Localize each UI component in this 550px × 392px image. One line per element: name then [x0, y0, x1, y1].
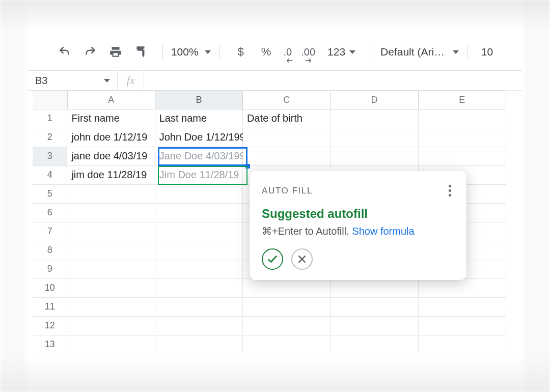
cell-C2[interactable] — [243, 128, 331, 147]
cell-B8[interactable] — [155, 241, 243, 260]
cell-A8[interactable] — [67, 241, 155, 260]
format-percent-button[interactable]: % — [258, 44, 274, 60]
cell-A10[interactable] — [67, 279, 155, 298]
cell-E2[interactable] — [419, 128, 506, 147]
cell-A1[interactable]: First name — [67, 109, 155, 128]
cell-B11[interactable] — [155, 298, 243, 317]
cell-C12[interactable] — [243, 317, 331, 335]
cell-D10[interactable] — [331, 279, 418, 298]
cell-E10[interactable] — [419, 279, 506, 298]
row-header[interactable]: 8 — [33, 241, 67, 260]
cell-D11[interactable] — [331, 298, 418, 317]
cell-B7[interactable] — [155, 222, 243, 241]
font-size-input[interactable]: 10 — [473, 46, 502, 58]
blurred-header — [0, 0, 550, 31]
separator — [467, 44, 468, 60]
separator — [219, 44, 219, 60]
row-header[interactable]: 12 — [33, 317, 67, 335]
column-headers: ABCDE — [33, 91, 506, 109]
row-header[interactable]: 1 — [33, 109, 67, 128]
row-header[interactable]: 2 — [33, 128, 67, 147]
chevron-down-icon — [349, 50, 355, 54]
cell-B5[interactable] — [155, 185, 243, 204]
row-header[interactable]: 5 — [33, 185, 67, 204]
cell-C1[interactable]: Date of birth — [243, 109, 331, 128]
cell-E1[interactable] — [419, 109, 506, 128]
cell-E11[interactable] — [419, 298, 506, 317]
row-header[interactable]: 6 — [33, 204, 67, 222]
column-header-B[interactable]: B — [155, 91, 243, 109]
more-formats-dropdown[interactable]: 123 — [324, 46, 359, 58]
column-header-C[interactable]: C — [243, 91, 331, 109]
cell-B6[interactable] — [155, 204, 243, 222]
cell-D12[interactable] — [331, 317, 418, 335]
cell-C3[interactable] — [243, 147, 331, 166]
accept-autofill-button[interactable] — [262, 248, 283, 270]
cell-A4[interactable]: jim doe 11/28/19 — [67, 166, 155, 185]
select-all-corner[interactable] — [33, 91, 68, 109]
name-box-value: B3 — [35, 75, 47, 87]
show-formula-link[interactable]: Show formula — [352, 226, 414, 237]
chevron-down-icon — [453, 50, 459, 54]
formula-input[interactable] — [144, 71, 522, 90]
cell-D13[interactable] — [331, 335, 418, 354]
reject-autofill-button[interactable] — [291, 248, 313, 270]
cell-D2[interactable] — [331, 128, 418, 147]
cell-A11[interactable] — [67, 298, 155, 317]
cell-C13[interactable] — [243, 335, 331, 354]
cell-C11[interactable] — [243, 298, 331, 317]
row-header[interactable]: 3 — [33, 147, 67, 166]
font-family-dropdown[interactable]: Default (Ari… — [377, 46, 462, 58]
row-header[interactable]: 13 — [33, 335, 67, 354]
print-button[interactable] — [107, 44, 124, 60]
cell-A9[interactable] — [67, 260, 155, 279]
chevron-down-icon — [104, 79, 110, 82]
row-header[interactable]: 9 — [33, 260, 67, 279]
cell-A12[interactable] — [67, 317, 155, 335]
increase-decimal-button[interactable]: .00 — [301, 44, 315, 60]
cell-B9[interactable] — [155, 260, 243, 279]
cell-E13[interactable] — [419, 335, 506, 354]
cell-A3[interactable]: jane doe 4/03/19 — [67, 147, 155, 166]
cell-A13[interactable] — [67, 335, 155, 354]
cell-A6[interactable] — [67, 204, 155, 222]
zoom-dropdown[interactable]: 100% — [168, 46, 214, 58]
name-box[interactable]: B3 — [28, 71, 118, 90]
cell-B4[interactable]: Jim Doe 11/28/19 — [155, 166, 243, 185]
column-header-D[interactable]: D — [331, 91, 418, 109]
cell-D3[interactable] — [331, 147, 418, 166]
decrease-decimal-button[interactable]: .0 — [284, 44, 292, 60]
separator — [162, 44, 163, 60]
cell-B1[interactable]: Last name — [155, 109, 243, 128]
cell-C10[interactable] — [243, 279, 331, 298]
autofill-title: Suggested autofill — [262, 207, 454, 221]
row-header[interactable]: 4 — [33, 166, 67, 185]
row-header[interactable]: 11 — [33, 298, 67, 317]
cell-B2[interactable]: John Doe 1/12/1999 — [155, 128, 243, 147]
cell-B12[interactable] — [155, 317, 243, 335]
cell-D1[interactable] — [331, 109, 418, 128]
column-header-A[interactable]: A — [68, 91, 155, 109]
undo-button[interactable] — [57, 44, 73, 60]
paint-format-button[interactable] — [133, 44, 149, 60]
cell-E3[interactable] — [419, 147, 506, 166]
chevron-down-icon — [205, 50, 211, 54]
column-header-E[interactable]: E — [419, 91, 506, 109]
cell-B3[interactable]: Jane Doe 4/03/1991 — [155, 147, 243, 166]
row-header[interactable]: 10 — [33, 279, 67, 298]
cell-B10[interactable] — [155, 279, 243, 298]
zoom-value: 100% — [171, 46, 199, 58]
formula-bar: B3 fx — [28, 70, 522, 91]
format-currency-button[interactable]: $ — [233, 44, 249, 60]
cell-E12[interactable] — [419, 317, 506, 335]
card-menu-button[interactable] — [446, 182, 454, 200]
cell-A7[interactable] — [67, 222, 155, 241]
cell-B13[interactable] — [155, 335, 243, 354]
toolbar: 100% $ % .0 .00 123 Default (Ari… — [28, 37, 522, 67]
row-header[interactable]: 7 — [33, 222, 67, 241]
cell-A5[interactable] — [67, 185, 155, 204]
fx-icon: fx — [118, 71, 144, 90]
redo-button[interactable] — [82, 44, 98, 60]
autofill-badge: AUTO FILL — [262, 186, 313, 196]
cell-A2[interactable]: john doe 1/12/19 — [67, 128, 155, 147]
